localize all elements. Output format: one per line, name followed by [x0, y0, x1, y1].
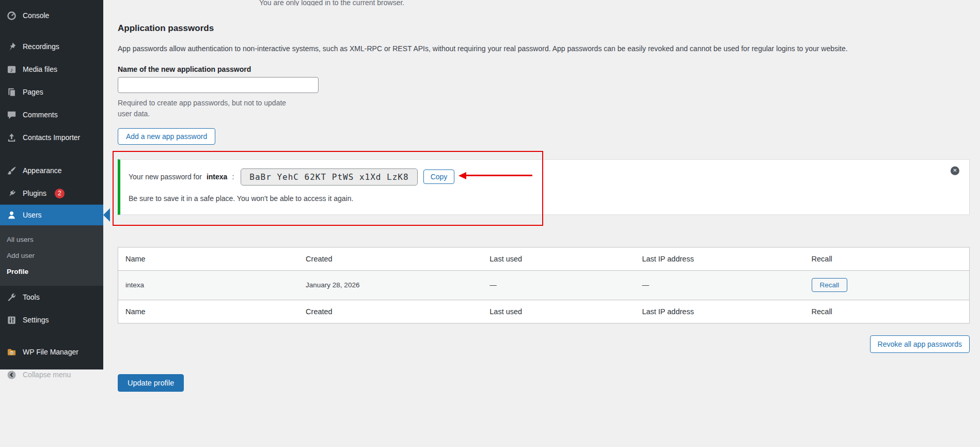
folder-icon: W [6, 347, 17, 357]
sidebar-item-label: Appearance [23, 166, 62, 175]
comment-icon [6, 110, 17, 120]
sessions-note: You are only logged in to the current br… [259, 0, 970, 6]
sidebar-item-comments[interactable]: Comments [0, 103, 103, 126]
cell-name: intexa [118, 270, 299, 300]
col-footer-created: Created [298, 300, 482, 323]
cell-last-ip: — [635, 270, 804, 300]
user-icon [6, 210, 17, 220]
sidebar-item-add-user[interactable]: Add user [0, 248, 103, 264]
cell-created: January 28, 2026 [298, 270, 482, 300]
app-passwords-table: Name Created Last used Last IP address R… [118, 247, 970, 323]
users-submenu: All users Add user Profile [0, 225, 103, 286]
sidebar-item-recordings[interactable]: Recordings [0, 35, 103, 58]
sidebar-item-appearance[interactable]: Appearance [0, 159, 103, 182]
sidebar-item-label: Media files [23, 65, 57, 73]
sidebar-item-plugins[interactable]: Plugins 2 [0, 182, 103, 205]
page-title: Application passwords [118, 23, 970, 34]
add-app-password-button[interactable]: Add a new app password [118, 128, 215, 145]
cell-last-used: — [482, 270, 635, 300]
sidebar-item-label: Settings [23, 316, 49, 324]
sidebar-item-label: Comments [23, 111, 58, 119]
sidebar-item-label: Recordings [23, 42, 59, 51]
menu-separator [0, 331, 103, 341]
table-header-row: Name Created Last used Last IP address R… [118, 247, 970, 270]
sidebar-item-label: Contacts Importer [23, 133, 80, 142]
svg-text:♪: ♪ [10, 66, 13, 72]
sidebar-item-label: Plugins [23, 189, 46, 197]
notice-password-line: Your new password for intexa : BaBr YehC… [129, 168, 960, 186]
generated-password-value[interactable]: BaBr YehC 62KT PtWS x1Xd LzK8 [241, 168, 417, 186]
col-footer-last-ip: Last IP address [635, 300, 804, 323]
collapse-arrow-icon [6, 369, 17, 380]
sidebar-item-wp-file-manager[interactable]: W WP File Manager [0, 341, 103, 363]
copy-password-button[interactable]: Copy [423, 169, 455, 184]
table-row: intexa January 28, 2026 — — Recall [118, 270, 970, 300]
sidebar-item-collapse-menu[interactable]: Collapse menu [0, 363, 103, 386]
update-profile-button[interactable]: Update profile [118, 374, 184, 392]
sidebar-item-tools[interactable]: Tools [0, 286, 103, 309]
new-password-name-input[interactable] [118, 77, 319, 93]
table-footer-row: Name Created Last used Last IP address R… [118, 300, 970, 323]
col-footer-recall: Recall [804, 300, 970, 323]
cell-recall: Recall [804, 270, 970, 300]
col-header-recall: Recall [804, 247, 970, 270]
sidebar-item-label: Collapse menu [23, 371, 71, 379]
revoke-all-button[interactable]: Revoke all app passwords [870, 335, 970, 353]
wrench-icon [6, 292, 17, 302]
field-helper-text: Required to create app passwords, but no… [118, 98, 291, 119]
circle-x-icon[interactable]: ✕ [951, 166, 959, 175]
pin-icon [6, 41, 17, 52]
sidebar-item-media-files[interactable]: ♪ Media files [0, 58, 103, 81]
profile-page-content: You are only logged in to the current br… [103, 0, 980, 447]
brush-icon [6, 165, 17, 176]
sidebar-item-label: Console [23, 11, 49, 20]
col-header-created: Created [298, 247, 482, 270]
sliders-icon [6, 315, 17, 325]
col-footer-name: Name [118, 300, 299, 323]
new-password-notice: Your new password for intexa : BaBr YehC… [118, 159, 970, 215]
media-icon: ♪ [6, 64, 17, 74]
new-password-name-label: Name of the new application password [118, 65, 970, 73]
submenu-item-label: All users [7, 236, 34, 243]
sidebar-item-label: Pages [23, 88, 43, 96]
plugins-update-badge: 2 [55, 189, 65, 198]
svg-text:W: W [10, 351, 13, 354]
sidebar-item-label: Tools [23, 293, 40, 301]
upload-icon [6, 132, 17, 143]
revoke-row: Revoke all app passwords [118, 335, 970, 353]
sidebar-item-settings[interactable]: Settings [0, 309, 103, 331]
menu-separator [0, 27, 103, 35]
notice-prefix: Your new password for [129, 173, 202, 181]
gauge-icon [6, 10, 17, 21]
notice-area: Your new password for intexa : BaBr YehC… [118, 159, 970, 215]
sidebar-item-pages[interactable]: Pages [0, 81, 103, 103]
sidebar-item-label: Users [23, 211, 42, 219]
col-header-last-ip: Last IP address [635, 247, 804, 270]
col-header-last-used: Last used [482, 247, 635, 270]
notice-colon: : [232, 173, 234, 181]
notice-username: intexa [207, 173, 227, 181]
admin-menu: Console Recordings ♪ Media files Page [0, 0, 103, 369]
wordpress-admin: Console Recordings ♪ Media files Page [0, 0, 980, 447]
current-item-arrow-icon [103, 208, 110, 222]
pages-icon [6, 87, 17, 97]
sidebar-item-label: WP File Manager [23, 348, 78, 356]
col-header-name: Name [118, 247, 299, 270]
section-description: App passwords allow authentication to no… [118, 44, 970, 54]
sidebar-item-profile[interactable]: Profile [0, 264, 103, 280]
plug-icon [6, 188, 17, 198]
submenu-item-label: Profile [7, 268, 28, 275]
sidebar-item-users[interactable]: Users [0, 205, 103, 225]
admin-sidebar: Console Recordings ♪ Media files Page [0, 0, 103, 447]
sidebar-item-contacts-importer[interactable]: Contacts Importer [0, 126, 103, 149]
sidebar-item-console[interactable]: Console [0, 4, 103, 27]
col-footer-last-used: Last used [482, 300, 635, 323]
notice-warning-text: Be sure to save it in a safe place. You … [129, 194, 960, 203]
recall-button[interactable]: Recall [812, 278, 848, 292]
submenu-item-label: Add user [7, 252, 35, 259]
sidebar-item-all-users[interactable]: All users [0, 232, 103, 248]
menu-separator [0, 149, 103, 159]
